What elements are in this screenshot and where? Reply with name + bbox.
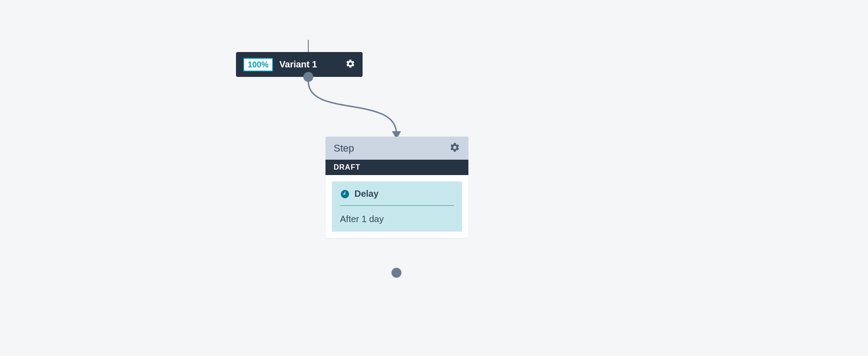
delay-label: Delay <box>354 189 378 199</box>
connector-stub-top <box>308 40 309 52</box>
variant-label: Variant 1 <box>279 59 339 70</box>
delay-block[interactable]: Delay After 1 day <box>332 181 462 232</box>
percent-badge: 100% <box>243 58 273 71</box>
workflow-canvas: 100% Variant 1 Step DR <box>0 0 868 356</box>
delay-header: Delay <box>340 189 454 206</box>
delay-value: After 1 day <box>340 206 454 224</box>
step-body: Delay After 1 day <box>326 175 468 238</box>
variant-node[interactable]: 100% Variant 1 <box>236 52 363 77</box>
gear-icon <box>345 59 355 70</box>
step-title: Step <box>334 142 354 154</box>
step-settings-button[interactable] <box>449 142 460 154</box>
step-header: Step <box>326 137 468 160</box>
connection-dot[interactable] <box>303 72 313 82</box>
step-card[interactable]: Step DRAFT Delay <box>326 137 468 238</box>
connection-dot[interactable] <box>392 268 401 278</box>
clock-icon <box>340 189 350 199</box>
status-badge: DRAFT <box>326 160 468 175</box>
variant-settings-button[interactable] <box>345 59 355 70</box>
gear-icon <box>449 142 460 154</box>
